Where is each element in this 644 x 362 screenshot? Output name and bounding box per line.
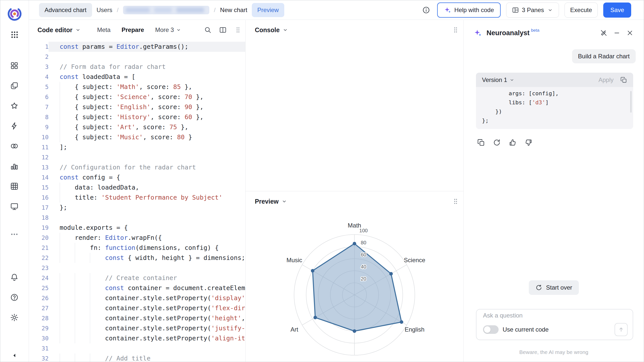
code-line[interactable]: 7 { subject: 'English', score: 90 }, bbox=[29, 102, 245, 112]
code-line[interactable]: 30 container.style.setProperty('align-it… bbox=[29, 333, 245, 343]
code-line[interactable]: 32 // Add title bbox=[29, 353, 245, 362]
question-input[interactable] bbox=[483, 312, 628, 319]
gear-icon[interactable] bbox=[10, 313, 19, 322]
minimize-icon[interactable] bbox=[613, 29, 621, 37]
code-line[interactable]: 25 const container = document.createElem… bbox=[29, 283, 245, 293]
copy-icon[interactable] bbox=[620, 76, 627, 83]
line-number: 30 bbox=[29, 333, 49, 343]
code-line[interactable]: 31 bbox=[29, 343, 245, 353]
code-line[interactable]: 10 { subject: 'Music', score: 80 } bbox=[29, 132, 245, 142]
code-line[interactable]: 27 container.style.setProperty('flex-dir… bbox=[29, 303, 245, 313]
bar-chart-icon[interactable] bbox=[10, 162, 19, 170]
code-line[interactable]: 15 data: loadedData, bbox=[29, 183, 245, 193]
copy-icon[interactable] bbox=[477, 139, 485, 147]
code-line[interactable]: 23 bbox=[29, 263, 245, 273]
code-line[interactable]: 17}; bbox=[29, 203, 245, 213]
line-number: 14 bbox=[29, 172, 49, 183]
code-editor[interactable]: 1const params = Editor.getParams();23// … bbox=[29, 40, 245, 362]
code-line[interactable]: 4const loadedData = [ bbox=[29, 72, 245, 82]
line-number: 27 bbox=[29, 303, 49, 313]
preview-title: Preview bbox=[255, 198, 279, 205]
preview-title-dropdown[interactable]: Preview bbox=[255, 198, 287, 205]
help-icon[interactable] bbox=[10, 293, 19, 302]
code-line[interactable]: 1const params = Editor.getParams(); bbox=[29, 42, 245, 52]
linked-circles-icon[interactable] bbox=[10, 142, 19, 150]
thumb-up-icon[interactable] bbox=[509, 139, 517, 147]
drag-handle-icon[interactable] bbox=[452, 26, 459, 34]
line-number: 10 bbox=[29, 132, 49, 142]
use-current-code-toggle[interactable] bbox=[483, 325, 499, 334]
question-input-card[interactable]: Use current code bbox=[476, 309, 633, 340]
send-button[interactable] bbox=[615, 323, 628, 336]
preview-mode-chip[interactable]: Preview bbox=[252, 3, 284, 17]
four-squares-icon[interactable] bbox=[10, 61, 19, 70]
tab-meta[interactable]: Meta bbox=[97, 26, 110, 33]
code-line[interactable]: 22 const { width, height } = dimensions; bbox=[29, 253, 245, 263]
code-line[interactable]: 21 fn: function(dimensions, config) { bbox=[29, 243, 245, 253]
save-button[interactable]: Save bbox=[603, 3, 631, 18]
editor-header-actions bbox=[204, 26, 242, 34]
scrollbar-thumb[interactable] bbox=[630, 91, 632, 113]
drag-handle-icon[interactable] bbox=[234, 26, 242, 34]
app-logo[interactable] bbox=[8, 7, 22, 21]
drag-handle-icon[interactable] bbox=[452, 198, 459, 205]
execute-button[interactable]: Execute bbox=[565, 3, 598, 18]
code-line[interactable]: 29 container.style.setProperty('justify-… bbox=[29, 323, 245, 333]
code-line[interactable]: 6 { subject: 'Science', score: 70 }, bbox=[29, 92, 245, 102]
code-line[interactable]: 2 bbox=[29, 52, 245, 62]
split-view-icon[interactable] bbox=[219, 26, 227, 34]
chart-type-chip[interactable]: Advanced chart bbox=[39, 3, 92, 17]
code-line[interactable]: 16 title: 'Student Performance by Subjec… bbox=[29, 193, 245, 203]
sidebar-bottom-nav bbox=[0, 273, 28, 322]
restart-icon bbox=[535, 284, 542, 291]
code-line[interactable]: 12 bbox=[29, 152, 245, 162]
code-line[interactable]: 8 { subject: 'History', score: 60 }, bbox=[29, 112, 245, 122]
refresh-icon[interactable] bbox=[493, 139, 501, 147]
search-icon[interactable] bbox=[204, 26, 212, 34]
code-line[interactable]: 19module.exports = { bbox=[29, 223, 245, 233]
start-over-button[interactable]: Start over bbox=[529, 280, 579, 295]
code-line[interactable]: 14const config = { bbox=[29, 172, 245, 183]
tab-prepare[interactable]: Prepare bbox=[122, 26, 144, 33]
code-line[interactable]: 20 render: Editor.wrapFn({ bbox=[29, 233, 245, 243]
grid-icon[interactable] bbox=[10, 182, 19, 191]
star-icon[interactable] bbox=[10, 102, 19, 110]
svg-text:Music: Music bbox=[287, 257, 302, 263]
code-line[interactable]: 13// Configuration for the radar chart bbox=[29, 162, 245, 172]
version-dropdown[interactable]: Version 1 bbox=[482, 76, 515, 83]
thumb-down-icon[interactable] bbox=[525, 139, 533, 147]
code-line[interactable]: 5 { subject: 'Math', score: 85 }, bbox=[29, 82, 245, 92]
collapse-sidebar-button[interactable] bbox=[11, 352, 18, 359]
panes-button[interactable]: 3 Panes bbox=[506, 3, 559, 18]
middle-column: Console Preview 20406080100MathScienceEn… bbox=[246, 20, 464, 362]
apps-grid-icon[interactable] bbox=[10, 30, 19, 39]
apply-button[interactable]: Apply bbox=[598, 76, 614, 83]
magic-wand-off-icon[interactable] bbox=[600, 29, 608, 37]
code-line[interactable]: 24 // Create container bbox=[29, 273, 245, 283]
code-line[interactable]: 28 container.style.setProperty('height',… bbox=[29, 313, 245, 323]
code-line: }; bbox=[482, 116, 633, 125]
editor-tabs: Meta Prepare More 3 bbox=[97, 26, 181, 33]
editor-title-dropdown[interactable]: Code editor bbox=[37, 26, 81, 34]
help-with-code-button[interactable]: Help with code bbox=[437, 3, 500, 18]
tab-more[interactable]: More 3 bbox=[155, 26, 182, 33]
line-number: 3 bbox=[29, 62, 49, 72]
bell-icon[interactable] bbox=[10, 273, 19, 282]
code-line[interactable]: 3// Form data for radar chart bbox=[29, 62, 245, 72]
breadcrumb-users[interactable]: Users bbox=[97, 7, 112, 14]
svg-text:80: 80 bbox=[361, 240, 366, 245]
monitor-icon[interactable] bbox=[10, 202, 19, 211]
code-line[interactable]: 11]; bbox=[29, 142, 245, 152]
layers-icon[interactable] bbox=[10, 81, 19, 90]
info-icon[interactable] bbox=[422, 6, 430, 14]
lightning-icon[interactable] bbox=[10, 122, 19, 130]
ellipsis-icon[interactable] bbox=[10, 230, 19, 239]
assistant-title: Neuroanalyst bbox=[487, 29, 530, 37]
code-line[interactable]: 9 { subject: 'Art', score: 75 }, bbox=[29, 122, 245, 132]
code-line[interactable]: 18 bbox=[29, 213, 245, 223]
console-title-dropdown[interactable]: Console bbox=[255, 26, 288, 34]
close-icon[interactable] bbox=[626, 29, 634, 37]
editor-title: Code editor bbox=[37, 26, 72, 34]
code-line[interactable]: 26 container.style.setProperty('display'… bbox=[29, 293, 245, 303]
breadcrumb-masked-segment[interactable] bbox=[123, 6, 209, 14]
